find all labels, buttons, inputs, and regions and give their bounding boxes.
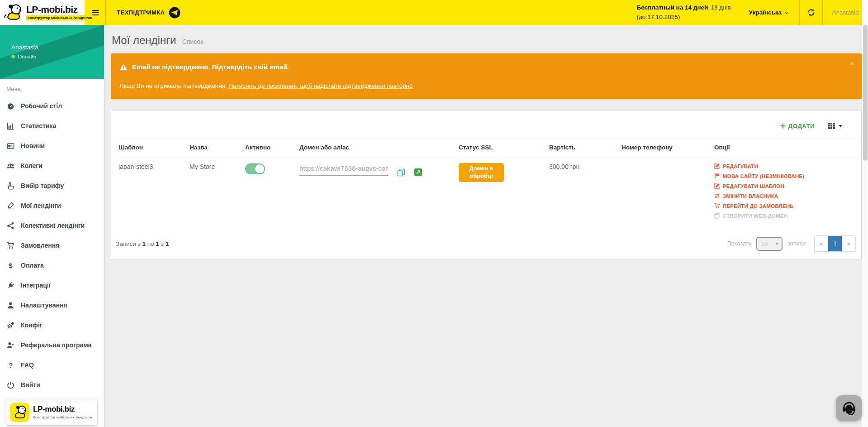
active-toggle[interactable]: [245, 163, 265, 174]
option-edit[interactable]: РЕДАГУВАТИ: [714, 163, 854, 169]
add-landing-button[interactable]: ДОДАТИ: [780, 123, 815, 130]
refresh-button[interactable]: [799, 0, 823, 25]
column-header-price: Вартість: [545, 139, 618, 156]
sidebar-item-colleagues[interactable]: Колеги: [0, 156, 104, 176]
support-chat-button[interactable]: [836, 395, 862, 421]
sidebar-item-dashboard[interactable]: Робочий стіл: [0, 96, 104, 116]
warning-icon: [119, 63, 128, 71]
column-header-active: Активно: [242, 139, 296, 156]
sidebar-item-label: Замовлення: [21, 242, 59, 249]
email-alert: Email не підтверджено. Підтвердіть свій …: [111, 53, 862, 99]
sidebar-item-label: Конфіг: [21, 321, 43, 329]
sidebar-item-label: Оплата: [21, 262, 44, 269]
sidebar-item-referral[interactable]: Реферальна програма: [0, 335, 104, 355]
option-change-owner[interactable]: ЗМІНИТИ ВЛАСНИКА: [714, 193, 854, 199]
page-size-select[interactable]: 20: [756, 237, 783, 251]
sidebar-item-label: Новини: [21, 142, 45, 149]
sidebar-item-statistics[interactable]: Статистика: [0, 116, 104, 136]
sidebar-item-payment[interactable]: $ Оплата: [0, 255, 104, 275]
sidebar-item-collective-landings[interactable]: Колективні лендінги: [0, 216, 104, 235]
question-icon: ?: [6, 361, 15, 369]
chevron-down-icon: [839, 125, 842, 127]
sidebar-item-label: Мої лендінги: [21, 202, 61, 209]
scrollbar-thumb[interactable]: [863, 25, 868, 161]
support-link[interactable]: ТЕХПІДТРИМКА: [117, 7, 180, 19]
dog-logo-icon: [4, 3, 24, 23]
alert-close-button[interactable]: ×: [850, 60, 854, 67]
copy-icon: [714, 213, 720, 219]
alert-title: Email не підтверджено. Підтвердіть свій …: [132, 63, 289, 71]
online-dot-icon: [11, 55, 15, 58]
app-logo[interactable]: LP-mobi.biz Конструктор мобильных лендин…: [0, 0, 85, 25]
sidebar-item-my-landings[interactable]: Мої лендінги: [0, 196, 104, 216]
sidebar-item-orders[interactable]: Замовлення: [0, 235, 104, 255]
page-subtitle: Список: [182, 38, 204, 45]
sidebar-item-config[interactable]: Конфіг: [0, 315, 104, 335]
telegram-icon: [169, 7, 180, 19]
colleagues-icon: [6, 162, 15, 170]
columns-dropdown-button[interactable]: [827, 122, 842, 130]
option-label: РЕДАГУВАТИ ШАБЛОН: [723, 183, 784, 189]
external-link-icon: [414, 168, 422, 176]
edit-icon: [714, 163, 720, 169]
table-header-row: Шаблон Назва Активно Домен або аліас Ста…: [115, 139, 858, 156]
trial-title: Бесплатный на 14 дней: [636, 4, 708, 11]
option-label: РЕДАГУВАТИ: [723, 163, 758, 169]
resend-confirmation-link[interactable]: Натисніть це посилання, щоб надіслати пі…: [229, 82, 413, 89]
option-go-to-orders[interactable]: ПЕРЕЙТИ ДО ЗАМОВЛЕНЬ: [714, 203, 854, 209]
scrollbar[interactable]: [862, 0, 868, 427]
option-label: ПЕРЕЙТИ ДО ЗАМОВЛЕНЬ: [723, 203, 794, 209]
alert-body: Якщо Ви не отримали підтвердження. Натис…: [119, 82, 844, 89]
online-status-label: Онлайн: [18, 54, 36, 59]
topbar-yellow: ТЕХПІДТРИМКА Бесплатный на 14 дней13 дні…: [85, 0, 868, 25]
column-header-domain: Домен або аліас: [296, 139, 455, 156]
sidebar-item-settings[interactable]: Налаштування: [0, 295, 104, 315]
page-1-button[interactable]: 1: [828, 236, 842, 251]
cell-ssl-status: Домен в обробці: [455, 156, 545, 229]
language-selector[interactable]: Українська: [749, 9, 787, 16]
gears-icon: [6, 321, 15, 330]
sidebar-item-integrations[interactable]: Інтеграції: [0, 275, 104, 295]
sidebar-item-faq[interactable]: ? FAQ: [0, 355, 104, 375]
header-username-label: Anastasia: [832, 9, 859, 16]
ssl-status-badge: Домен в обробці: [459, 163, 504, 182]
domain-input[interactable]: [299, 163, 388, 176]
page-title: Мої лендінги: [112, 34, 176, 46]
landings-table: Шаблон Назва Активно Домен або аліас Ста…: [115, 139, 858, 228]
pager: « 1 »: [814, 235, 856, 252]
sidebar-toggle-button[interactable]: [85, 0, 105, 25]
pagination-controls: Показати 20 записи « 1 »: [727, 235, 856, 252]
sidebar-footer-logo[interactable]: LP-mobi.biz Конструктор мобільних лендін…: [6, 399, 97, 425]
column-header-phone: Номер телефону: [618, 139, 711, 156]
header-username[interactable]: Anastasia: [823, 9, 868, 16]
option-edit-template[interactable]: РЕДАГУВАТИ ШАБЛОН: [714, 183, 854, 189]
table-grid-icon: [827, 122, 835, 130]
next-page-button[interactable]: »: [842, 236, 855, 251]
sidebar-item-news[interactable]: Новини: [0, 136, 104, 156]
sidebar-username: Anastasia: [11, 44, 38, 51]
records-info: Записи з 1 по 1 з 1: [116, 240, 169, 247]
copy-domain-button[interactable]: [397, 168, 405, 177]
option-label: МОВА САЙТУ (НЕЗМІНЮВАНЕ): [723, 173, 804, 179]
sidebar-item-label: Вибір тарифу: [21, 182, 64, 189]
cell-domain: [296, 156, 455, 229]
dashboard-icon: [6, 102, 15, 110]
open-site-button[interactable]: [414, 168, 422, 176]
column-header-template: Шаблон: [115, 139, 186, 156]
add-landing-label: ДОДАТИ: [788, 123, 815, 130]
cell-name: My Store: [186, 156, 242, 229]
user-panel-decoration: [0, 25, 104, 79]
option-site-language[interactable]: МОВА САЙТУ (НЕЗМІНЮВАНЕ): [714, 173, 854, 179]
main-content: Мої лендінги Список Email не підтверджен…: [104, 25, 862, 427]
edit-icon: [714, 183, 720, 189]
logo-title: LP-mobi.biz: [26, 5, 94, 14]
sidebar-footer-logo-text: LP-mobi.biz Конструктор мобільних лендін…: [33, 405, 92, 419]
page-header: Мої лендінги Список: [111, 25, 862, 53]
option-create-web-domain: СТВОРИТИ WEB-ДОМЕН: [714, 213, 854, 219]
cell-options: РЕДАГУВАТИ МОВА САЙТУ (НЕЗМІНЮВАНЕ) РЕДА…: [711, 156, 858, 229]
logo-text: LP-mobi.biz Конструктор мобильных лендин…: [26, 5, 94, 20]
prev-page-button[interactable]: «: [815, 236, 828, 251]
menu-label: Меню: [6, 86, 104, 92]
sidebar-item-tariff[interactable]: Вибір тарифу: [0, 176, 104, 196]
sidebar-item-logout[interactable]: Вийти: [0, 375, 104, 395]
